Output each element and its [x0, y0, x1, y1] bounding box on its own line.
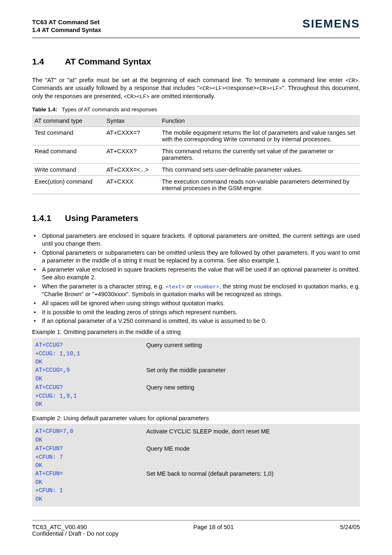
page-header: TC63 AT Command Set 1.4 AT Command Synta… — [32, 18, 360, 35]
th-type: AT command type — [32, 115, 104, 127]
table-caption-text: Types of AT commands and responses — [62, 106, 157, 113]
example-row: OK — [35, 461, 357, 470]
intro-text-3: <response> — [225, 85, 257, 91]
section-heading: 1.4AT Command Syntax — [32, 57, 360, 67]
cell-type: Write command — [32, 164, 104, 175]
code-number: <number> — [194, 284, 219, 290]
cell-syntax: AT+CXXX=<...> — [104, 164, 159, 175]
example-row: +CCUG: 1,9,1 — [35, 392, 357, 400]
example-code: OK — [35, 375, 146, 383]
table-row: Exec(ution) command AT+CXXX The executio… — [32, 175, 360, 194]
bullet-mid: or — [185, 283, 194, 290]
example-row: OK — [35, 375, 357, 383]
bullet-item: Optional parameters are enclosed in squa… — [32, 232, 360, 248]
code-crlf-3: <CR><LF> — [124, 94, 149, 100]
example-code: AT+CFUN? — [35, 444, 146, 453]
example-code: AT+CFUN= — [35, 470, 146, 478]
cell-syntax: AT+CXXX? — [104, 145, 159, 164]
cell-type: Test command — [32, 127, 104, 145]
cell-syntax: AT+CXXX — [104, 175, 159, 194]
example-code: OK — [35, 358, 146, 366]
example-row: +CFUN: 7 — [35, 453, 357, 461]
cell-function: The execution command reads non-variable… — [159, 175, 360, 194]
example-row: +CCUG: 1,10,1 — [35, 350, 357, 358]
siemens-logo: SIEMENS — [302, 17, 360, 30]
example-row: OK — [35, 358, 357, 366]
parameter-bullets: Optional parameters are enclosed in squa… — [32, 232, 360, 325]
doc-title: TC63 AT Command Set — [32, 18, 101, 26]
intro-paragraph: The "AT" or "at" prefix must be set at t… — [32, 76, 360, 101]
example-row: AT+CCUG?Query new setting — [35, 383, 357, 392]
cell-type: Read command — [32, 145, 104, 164]
cell-function: The mobile equipment returns the list of… — [159, 127, 360, 145]
code-crlf-2: <CR><LF> — [256, 85, 282, 92]
section-ref: 1.4 AT Command Syntax — [32, 26, 101, 35]
cell-function: This command returns the currently set v… — [159, 145, 360, 164]
bullet-item: If an optional parameter of a V.250 comm… — [32, 317, 360, 325]
bullet-item: Optional parameters or subparameters can… — [32, 249, 360, 265]
example-row: AT+CFUN=7,0Activate CYCLIC SLEEP mode, d… — [35, 427, 357, 436]
footer-line: TC63_ATC_V00.490 Page 18 of 501 5/24/05 — [32, 524, 360, 530]
example-row: +CFUN: 1 — [35, 486, 357, 495]
subsection-title: Using Parameters — [65, 213, 138, 223]
example-code: +CCUG: 1,10,1 — [35, 350, 146, 358]
table-caption: Table 1.4: Types of AT commands and resp… — [32, 106, 360, 113]
table-row: Write command AT+CXXX=<...> This command… — [32, 164, 360, 175]
example-2-block: AT+CFUN=7,0Activate CYCLIC SLEEP mode, d… — [32, 424, 360, 507]
example-desc: Query current setting — [146, 341, 202, 350]
subsection-number: 1.4.1 — [32, 213, 65, 223]
bullet-item: When the parameter is a character string… — [32, 283, 360, 299]
code-cr: <CR> — [346, 78, 358, 84]
example-row: OK — [35, 436, 357, 444]
table-row: Read command AT+CXXX? This command retur… — [32, 145, 360, 164]
header-rule — [32, 37, 360, 39]
section-number: 1.4 — [32, 57, 65, 67]
example-desc: Activate CYCLIC SLEEP mode, don't reset … — [146, 427, 270, 436]
subsection-heading: 1.4.1Using Parameters — [32, 213, 360, 223]
example-desc: Query new setting — [146, 383, 194, 392]
example-desc: Set only the middle parameter — [146, 366, 226, 375]
footer-date: 5/24/05 — [340, 524, 360, 530]
example-row: OK — [35, 495, 357, 503]
example-code: +CCUG: 1,9,1 — [35, 392, 146, 400]
example-code: +CFUN: 7 — [35, 453, 146, 461]
th-syntax: Syntax — [104, 115, 159, 127]
cell-function: This command sets user-definable paramet… — [159, 164, 360, 175]
example-row: AT+CFUN=Set ME back to normal (default p… — [35, 470, 357, 478]
example-code: AT+CFUN=7,0 — [35, 427, 146, 435]
example-code: OK — [35, 400, 146, 408]
intro-text-5: are omitted intentionally. — [150, 93, 215, 99]
example-code: OK — [35, 495, 146, 503]
example-row: AT+CCUG=,9Set only the middle parameter — [35, 366, 357, 375]
example-desc: Query ME mode — [146, 444, 190, 453]
cell-syntax: AT+CXXX=? — [104, 127, 159, 145]
bullet-item: A parameter value enclosed in square bra… — [32, 266, 360, 282]
example-code: +CFUN: 1 — [35, 486, 146, 495]
table-caption-label: Table 1.4: — [32, 106, 57, 113]
footer-confidential: Confidential / Draft - Do not copy — [32, 530, 360, 537]
example-row: OK — [35, 400, 357, 408]
intro-text-1: The "AT" or "at" prefix must be set at t… — [32, 77, 346, 83]
page-content: 1.4AT Command Syntax The "AT" or "at" pr… — [32, 57, 360, 507]
example-code: OK — [35, 461, 146, 470]
example-code: AT+CCUG=,9 — [35, 366, 146, 374]
example-desc: Set ME back to normal (default parameter… — [146, 470, 273, 478]
example-row: AT+CFUN?Query ME mode — [35, 444, 357, 453]
table-header-row: AT command type Syntax Function — [32, 115, 360, 127]
example-code: AT+CCUG? — [35, 341, 146, 349]
at-command-table: AT command type Syntax Function Test com… — [32, 115, 360, 194]
cell-type: Exec(ution) command — [32, 175, 104, 194]
th-function: Function — [159, 115, 360, 127]
bullet-item: All spaces will be ignored when using st… — [32, 299, 360, 308]
bullet-pre: When the parameter is a character string… — [42, 283, 166, 290]
example-code: AT+CCUG? — [35, 383, 146, 391]
example-1-label: Example 1: Omitting parameters in the mi… — [32, 329, 360, 335]
page-footer: TC63_ATC_V00.490 Page 18 of 501 5/24/05 … — [32, 520, 360, 537]
code-crlf-1: <CR><LF> — [199, 85, 225, 92]
footer-left: TC63_ATC_V00.490 — [32, 524, 87, 530]
example-code: OK — [35, 478, 146, 486]
example-2-label: Example 2: Using default parameter value… — [32, 415, 360, 421]
header-left: TC63 AT Command Set 1.4 AT Command Synta… — [32, 18, 101, 35]
code-text: <text> — [166, 284, 185, 290]
section-title: AT Command Syntax — [65, 57, 151, 66]
